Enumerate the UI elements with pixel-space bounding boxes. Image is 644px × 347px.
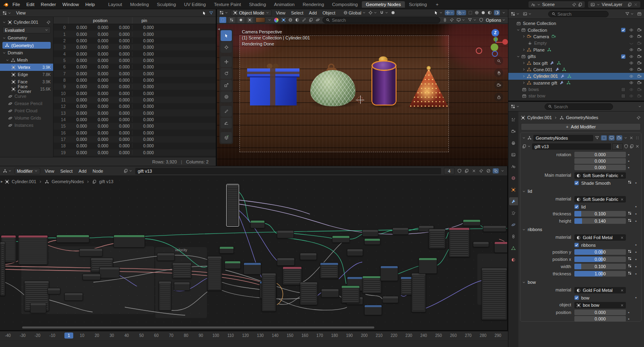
tool-transform[interactable] — [221, 91, 232, 102]
node[interactable] — [380, 266, 398, 281]
node[interactable] — [277, 258, 295, 266]
axis-z-negative[interactable] — [492, 51, 498, 57]
workspace-tab-texture-paint[interactable]: Texture Paint — [210, 1, 245, 8]
view-object-types-dropdown[interactable] — [434, 10, 443, 15]
filter-toggle-icon[interactable] — [209, 11, 213, 15]
modifier-render-toggle[interactable] — [616, 135, 622, 140]
column-header-pin[interactable]: pin — [132, 17, 156, 24]
matcap-icon[interactable] — [295, 18, 299, 22]
clear-icon[interactable] — [620, 236, 624, 240]
domain-face-corner[interactable]: Face Corner15.6K — [0, 85, 53, 93]
viewport-add-menu[interactable]: Add — [308, 10, 319, 15]
node-group-name-field[interactable]: gift v13 — [532, 143, 611, 150]
node[interactable] — [56, 235, 89, 243]
overlays-toggle[interactable] — [493, 168, 499, 174]
outliner-item-scene-collection[interactable]: Scene Collection — [508, 20, 644, 27]
viewport-canvas[interactable]: Camera Perspective (1) Scene Collection … — [217, 24, 508, 166]
node[interactable] — [83, 274, 101, 280]
node[interactable] — [99, 267, 120, 278]
node-tree-type-dropdown[interactable]: Modifier — [14, 168, 40, 174]
section-bow[interactable]: bow — [522, 278, 640, 286]
outliner-search[interactable] — [548, 11, 609, 17]
tool-scale[interactable] — [221, 80, 232, 91]
chevron-down-icon[interactable] — [522, 136, 526, 140]
geometry-section-header[interactable]: Geometry — [0, 34, 53, 41]
disable-render-icon[interactable] — [637, 48, 642, 52]
unlink-node-group-icon[interactable] — [635, 144, 640, 149]
snapping-dropdown[interactable] — [380, 10, 388, 15]
axis-z[interactable]: Z — [491, 29, 499, 37]
breadcrumb-modifier[interactable]: GeometryNodes — [52, 179, 84, 184]
hide-eye-icon[interactable] — [629, 67, 634, 72]
display-mode-dropdown[interactable] — [523, 12, 532, 16]
evaluation-state-dropdown[interactable]: Evaluated — [2, 27, 51, 33]
color-wheel-icon[interactable] — [274, 17, 279, 23]
texture-swatch[interactable] — [256, 17, 265, 23]
shield-icon[interactable] — [479, 18, 483, 22]
collapse-toolbar-arrow[interactable]: ◂ — [218, 27, 220, 31]
checkbox[interactable] — [574, 181, 579, 185]
checkbox[interactable] — [574, 295, 579, 300]
spreadsheet-view-menu[interactable]: View — [14, 10, 27, 15]
node[interactable] — [473, 242, 489, 247]
material-selector[interactable]: Gold Foil Metal — [574, 287, 626, 293]
node-group-browse-button[interactable] — [124, 169, 132, 173]
tool-measure[interactable] — [221, 118, 232, 128]
outliner-item-box-gift[interactable]: box gift — [508, 60, 644, 66]
modifier-name-field[interactable]: GeometryNodes — [533, 135, 593, 141]
expand-icon[interactable] — [516, 55, 520, 58]
disable-render-icon[interactable] — [637, 94, 642, 98]
node[interactable] — [30, 303, 46, 313]
node-view-menu[interactable]: View — [43, 169, 56, 174]
shading-rendered-toggle[interactable] — [494, 10, 500, 15]
menu-file[interactable]: File — [10, 2, 23, 7]
node[interactable] — [392, 227, 409, 235]
shading-solid-icon[interactable] — [481, 10, 485, 15]
remove-viewlayer-icon[interactable] — [634, 2, 638, 7]
node[interactable] — [225, 261, 241, 269]
node[interactable] — [79, 248, 103, 256]
node[interactable] — [483, 225, 506, 232]
axis-y-large[interactable] — [491, 43, 498, 51]
nav-camera-view-button[interactable] — [494, 81, 503, 89]
outliner-search-input[interactable] — [557, 12, 605, 17]
value-field[interactable]: 0.000 — [574, 165, 626, 170]
properties-tab-data[interactable] — [509, 244, 518, 252]
disable-render-icon[interactable] — [637, 54, 642, 59]
viewport-search-input[interactable] — [332, 18, 437, 23]
properties-tab-tool[interactable] — [509, 116, 518, 124]
add-modifier-button[interactable]: + Add Modifier — [521, 123, 641, 130]
properties-tab-particles[interactable] — [509, 209, 518, 217]
menu-window[interactable]: Window — [60, 2, 82, 7]
fake-user-shield-icon[interactable] — [624, 144, 628, 149]
menu-help[interactable]: Help — [83, 2, 98, 7]
node[interactable] — [283, 266, 302, 285]
clear-icon[interactable] — [620, 174, 624, 178]
slider-field[interactable]: 0.100 — [574, 264, 626, 269]
section-ribbons[interactable]: ribbons — [522, 225, 640, 233]
node[interactable] — [382, 296, 398, 303]
world-preview-icon[interactable] — [288, 18, 293, 22]
value-field[interactable]: 0.000 — [574, 158, 626, 164]
proportional-editing-icon[interactable] — [391, 10, 395, 15]
options-dropdown[interactable]: Options — [486, 18, 506, 23]
viewport-select-menu[interactable]: Select — [289, 10, 305, 15]
viewport-view-menu[interactable]: View — [274, 10, 287, 15]
workspace-tab-modeling[interactable]: Modeling — [126, 1, 153, 8]
clear-icon[interactable] — [620, 304, 624, 307]
domain-instances[interactable]: Instances — [0, 122, 53, 129]
properties-tab-render[interactable] — [509, 127, 518, 135]
expand-icon[interactable] — [516, 28, 520, 32]
workspace-tab-layout[interactable]: Layout — [104, 1, 126, 8]
mode-dropdown[interactable]: Object Mode — [231, 10, 272, 16]
pin-icon[interactable] — [46, 20, 51, 25]
new-scene-icon[interactable] — [578, 2, 582, 7]
editor-type-button[interactable] — [511, 104, 520, 109]
bookmark-icon[interactable] — [450, 18, 454, 22]
node-group-users-count[interactable]: 4 — [444, 168, 454, 174]
properties-search[interactable] — [545, 103, 613, 110]
node[interactable] — [250, 220, 265, 228]
nav-pan-button[interactable] — [494, 68, 503, 77]
properties-tab-world[interactable] — [509, 174, 518, 182]
overlays-toggle[interactable] — [456, 10, 466, 15]
